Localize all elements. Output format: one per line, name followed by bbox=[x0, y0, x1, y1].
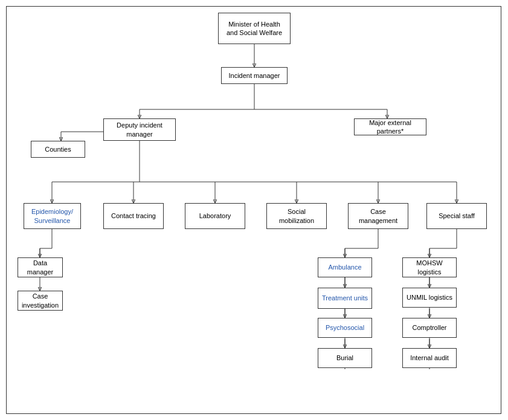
minister-box: Minister of Health and Social Welfare bbox=[218, 13, 291, 44]
data-manager-box: Data manager bbox=[18, 257, 63, 277]
case-management-box: Case management bbox=[348, 203, 408, 229]
psychosocial-box: Psychosocial bbox=[318, 318, 372, 338]
laboratory-box: Laboratory bbox=[185, 203, 245, 229]
internal-audit-box: Internal audit bbox=[402, 348, 457, 368]
incident-manager-box: Incident manager bbox=[221, 67, 288, 84]
special-staff-box: Special staff bbox=[426, 203, 487, 229]
social-mobilization-box: Social mobilization bbox=[266, 203, 327, 229]
contact-tracing-box: Contact tracing bbox=[103, 203, 164, 229]
mohsw-logistics-box: MOHSW logistics bbox=[402, 257, 457, 277]
counties-box: Counties bbox=[31, 141, 85, 158]
org-chart: Minister of Health and Social Welfare In… bbox=[6, 6, 501, 414]
ambulance-box: Ambulance bbox=[318, 257, 372, 277]
treatment-units-box: Treatment units bbox=[318, 288, 372, 309]
unmil-logistics-box: UNMIL logistics bbox=[402, 288, 457, 308]
burial-box: Burial bbox=[318, 348, 372, 368]
comptroller-box: Comptroller bbox=[402, 318, 457, 338]
major-external-partners-box: Major external partners* bbox=[354, 118, 426, 135]
epidemiology-box: Epidemiology/ Surveillance bbox=[24, 203, 81, 229]
case-investigation-box: Case investigation bbox=[18, 291, 63, 311]
deputy-incident-manager-box: Deputy incident manager bbox=[103, 118, 176, 141]
